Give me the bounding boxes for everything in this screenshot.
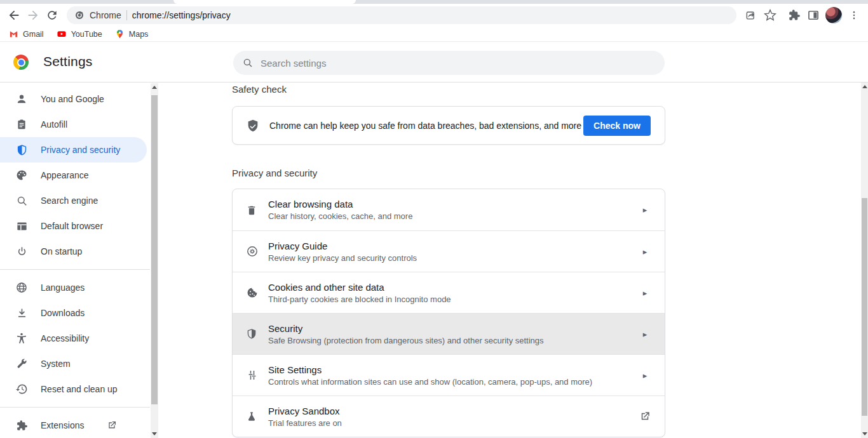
row-subtitle: Third-party cookies are blocked in Incog… [268, 295, 639, 304]
sidebar-item-accessibility[interactable]: Accessibility [0, 326, 147, 351]
bookmark-gmail[interactable]: Gmail [9, 29, 44, 39]
reload-button[interactable] [43, 6, 62, 25]
row-cookies[interactable]: Cookies and other site data Third-party … [233, 272, 665, 313]
sidebar-item-on-startup[interactable]: On startup [0, 239, 147, 264]
row-title: Site Settings [268, 364, 639, 375]
sidebar-item-default-browser[interactable]: Default browser [0, 213, 147, 239]
check-now-button[interactable]: Check now [583, 116, 651, 136]
forward-icon [26, 8, 40, 22]
row-privacy-sandbox[interactable]: Privacy Sandbox Trial features are on [233, 395, 665, 437]
sidebar-item-label: Downloads [41, 308, 85, 318]
row-site-settings[interactable]: Site Settings Controls what information … [233, 354, 665, 395]
bookmark-youtube[interactable]: YouTube [57, 29, 102, 39]
cookie-icon [246, 286, 259, 299]
back-icon [7, 8, 21, 22]
maps-icon [115, 29, 125, 39]
sidebar-item-appearance[interactable]: Appearance [0, 163, 147, 188]
sidebar-item-label: Appearance [41, 170, 89, 180]
row-security[interactable]: Security Safe Browsing (protection from … [233, 313, 665, 354]
chrome-favicon-icon [74, 10, 85, 20]
row-title: Cookies and other site data [268, 282, 639, 293]
url-scheme-label: Chrome [90, 10, 121, 20]
row-arrow-icon: ▸ [639, 247, 651, 256]
sidebar-item-system[interactable]: System [0, 351, 147, 376]
person-icon [15, 93, 28, 105]
history-icon [15, 383, 28, 395]
search-placeholder: Search settings [261, 58, 326, 69]
safety-check-card: Chrome can help keep you safe from data … [232, 106, 665, 145]
row-title: Clear browsing data [268, 199, 639, 209]
omnibox-divider [126, 10, 127, 20]
tune-icon [246, 369, 259, 382]
row-privacy-guide[interactable]: Privacy Guide Review key privacy and sec… [233, 230, 665, 272]
row-subtitle: Review key privacy and security controls [268, 253, 639, 263]
puzzle-icon [788, 9, 801, 22]
scrollbar-thumb[interactable] [862, 198, 867, 416]
sidebar-item-search-engine[interactable]: Search engine [0, 188, 147, 213]
profile-avatar[interactable] [825, 7, 842, 23]
sidebar-item-extensions[interactable]: Extensions [0, 413, 147, 438]
sidebar-item-privacy-and-security[interactable]: Privacy and security [0, 137, 147, 163]
sidebar-divider [0, 269, 150, 270]
magnifier-icon [15, 194, 28, 207]
sidebar-item-languages[interactable]: Languages [0, 275, 147, 300]
sidebar-item-label: Extensions [41, 420, 84, 430]
settings-sidebar: You and Google Autofill Privacy and secu… [0, 83, 150, 438]
browser-window-icon [15, 220, 28, 232]
sidebar-item-label: You and Google [41, 94, 104, 104]
sidebar-item-label: Languages [41, 282, 85, 293]
row-title: Privacy Sandbox [268, 406, 639, 416]
scroll-up-button[interactable] [861, 83, 868, 91]
row-arrow-icon: ▸ [639, 371, 651, 380]
scroll-down-button[interactable] [861, 430, 868, 438]
sidebar-item-label: Search engine [41, 196, 98, 206]
sidebar-item-label: Reset and clean up [41, 384, 118, 394]
settings-search-input[interactable]: Search settings [233, 51, 665, 75]
row-subtitle: Trial features are on [268, 418, 639, 428]
row-subtitle: Clear history, cookies, cache, and more [268, 211, 639, 221]
scroll-down-button[interactable] [151, 430, 158, 438]
gmail-icon [9, 29, 18, 39]
security-shield-icon [246, 328, 259, 340]
settings-content: Safety check Chrome can help keep you sa… [232, 83, 665, 437]
open-in-new-icon [639, 411, 651, 422]
search-icon [242, 57, 254, 69]
sidebar-divider [0, 407, 150, 408]
palette-icon [15, 169, 28, 182]
flask-icon [246, 410, 259, 423]
sidebar-item-downloads[interactable]: Downloads [0, 300, 147, 326]
settings-header: Settings Search settings [0, 43, 868, 83]
clipboard-icon [15, 118, 28, 131]
row-title: Privacy Guide [268, 241, 639, 251]
chrome-logo-icon [13, 55, 29, 70]
youtube-icon [57, 29, 67, 39]
row-title: Security [268, 323, 639, 334]
url-text[interactable]: chrome://settings/privacy [132, 10, 231, 20]
shield-check-icon [246, 119, 260, 133]
share-icon [745, 9, 757, 22]
row-arrow-icon: ▸ [639, 329, 651, 339]
sidebar-scrollbar[interactable] [151, 83, 158, 438]
extensions-button[interactable] [785, 6, 804, 25]
row-subtitle: Controls what information sites can use … [268, 377, 639, 387]
page-scrollbar[interactable] [861, 83, 868, 438]
bookmark-maps[interactable]: Maps [115, 29, 149, 39]
share-button[interactable] [742, 6, 761, 25]
bookmark-label: Maps [129, 30, 149, 39]
privacy-guide-icon [246, 245, 259, 258]
sidebar-item-you-and-google[interactable]: You and Google [0, 86, 147, 112]
side-panel-button[interactable] [804, 6, 823, 25]
back-button[interactable] [4, 6, 24, 25]
scroll-up-button[interactable] [151, 83, 158, 91]
browser-menu-button[interactable] [844, 6, 864, 25]
bookmark-star-button[interactable] [761, 6, 780, 25]
sidebar-item-label: Autofill [41, 119, 67, 129]
row-clear-browsing-data[interactable]: Clear browsing data Clear history, cooki… [233, 189, 665, 230]
scrollbar-thumb[interactable] [151, 95, 158, 404]
sidebar-item-reset-and-clean-up[interactable]: Reset and clean up [0, 376, 147, 402]
section-title-privacy: Privacy and security [232, 168, 665, 179]
address-bar[interactable]: Chrome chrome://settings/privacy [67, 6, 736, 24]
forward-button[interactable] [24, 6, 43, 25]
row-arrow-icon: ▸ [639, 288, 651, 298]
sidebar-item-autofill[interactable]: Autofill [0, 112, 147, 137]
